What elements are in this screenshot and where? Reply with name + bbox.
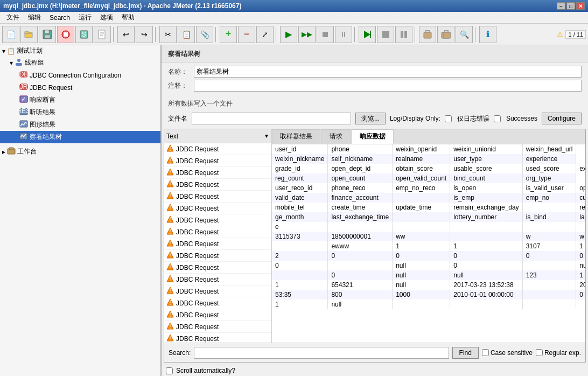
tree-node-workbench[interactable]: ▸ 工作台 <box>0 145 160 158</box>
remote-start-button[interactable] <box>359 26 376 43</box>
svg-rect-17 <box>401 31 403 38</box>
view-results-img <box>19 132 28 142</box>
paste-button[interactable]: 📎 <box>196 26 213 43</box>
clear-all-button[interactable] <box>437 26 454 43</box>
stop3-button[interactable]: ⏸ <box>335 26 352 43</box>
list-item-icon: ! <box>166 275 174 284</box>
list-item[interactable]: ! JDBC Request <box>164 333 271 343</box>
menu-search[interactable]: Search <box>45 13 74 23</box>
list-item[interactable]: ! JDBC Request <box>164 297 271 309</box>
clear-button[interactable] <box>419 26 436 43</box>
list-item[interactable]: ! JDBC Request <box>164 214 271 226</box>
regex-checkbox[interactable] <box>536 349 543 356</box>
stop2-button[interactable]: ⏹ <box>317 26 334 43</box>
menu-file[interactable]: 文件 <box>2 12 24 23</box>
add-button[interactable]: + <box>220 26 237 43</box>
list-item[interactable]: ! JDBC Request <box>164 167 271 179</box>
list-item-label: JDBC Request <box>176 264 219 271</box>
menu-help[interactable]: 帮助 <box>117 12 139 23</box>
list-item-icon: ! <box>166 168 174 177</box>
list-item-label: JDBC Request <box>176 193 219 200</box>
list-item[interactable]: ! JDBC Request <box>164 238 271 250</box>
tree-node-test-plan[interactable]: ▾ 📋 测试计划 <box>0 45 160 57</box>
minimize-button[interactable]: − <box>557 2 565 10</box>
list-item[interactable]: ! JDBC Request <box>164 179 271 191</box>
svg-rect-24 <box>443 32 451 38</box>
svg-rect-3 <box>45 30 49 33</box>
report-button[interactable] <box>94 26 111 43</box>
stop-button[interactable] <box>57 26 74 43</box>
list-item[interactable]: ! JDBC Request <box>164 155 271 167</box>
tab-sampler-results[interactable]: 取样器结果 <box>272 129 320 144</box>
menu-options[interactable]: 选项 <box>96 12 117 23</box>
list-item[interactable]: ! JDBC Request <box>164 309 271 321</box>
tree-node-jdbc-request[interactable]: JR JDBC Request <box>0 81 160 94</box>
list-item[interactable]: ! JDBC Request <box>164 274 271 286</box>
save-button[interactable] <box>39 26 56 43</box>
maximize-button[interactable]: □ <box>566 2 575 10</box>
name-row: 名称： <box>168 66 582 78</box>
list-item[interactable]: ! JDBC Request <box>164 286 271 297</box>
form-area: 名称： 注释： <box>162 62 588 97</box>
name-input[interactable] <box>194 66 582 78</box>
table-cell: 654321 <box>328 280 393 290</box>
list-item[interactable]: ! JDBC Request <box>164 191 271 203</box>
workbench-label: 工作台 <box>17 147 37 156</box>
jdbc-connection-img: DB <box>19 70 28 80</box>
table-cell: w <box>522 232 576 241</box>
play-no-pause-button[interactable]: ▶▶ <box>298 26 316 43</box>
configure-button[interactable]: Configure <box>542 113 582 124</box>
tree-node-view-results[interactable]: 察看结果树 <box>0 131 160 143</box>
copy-button[interactable]: 📋 <box>178 26 195 43</box>
successes-checkbox[interactable] <box>494 115 501 122</box>
browse-button[interactable]: 浏览... <box>355 113 386 124</box>
list-item[interactable]: ! JDBC Request <box>164 203 271 214</box>
list-item[interactable]: ! JDBC Request <box>164 250 271 262</box>
remote-stop-button[interactable] <box>377 26 394 43</box>
table-cell <box>393 193 450 203</box>
log-errors-checkbox[interactable] <box>445 115 452 122</box>
sep6 <box>415 27 417 42</box>
tree-node-thread-group[interactable]: ▾ 线程组 <box>0 57 160 69</box>
list-item[interactable]: ! JDBC Request <box>164 143 271 155</box>
file-input[interactable] <box>192 113 351 124</box>
scroll-auto-checkbox[interactable] <box>166 367 173 374</box>
expand-button[interactable]: ⤢ <box>256 26 274 43</box>
error-badge-area: ⚠ 1 / 11 <box>557 30 586 39</box>
table-cell: e <box>272 222 328 232</box>
window-title: myql_jdbc.jmx (H:\jmeter_file\myql_jdbc.… <box>3 2 241 10</box>
redo-button[interactable]: ↪ <box>136 26 153 43</box>
table-cell: realname <box>393 154 450 164</box>
tab-response-data[interactable]: 响应数据 <box>352 129 394 144</box>
table-cell <box>576 300 585 309</box>
tree-node-jdbc-connection[interactable]: DB JDBC Connection Configuration <box>0 69 160 81</box>
search-toolbar-button[interactable]: 🔍 <box>456 26 473 43</box>
tree-node-assertion[interactable]: ✓ 响应断言 <box>0 94 160 106</box>
play-button[interactable]: ▶ <box>280 26 297 43</box>
cut-button[interactable]: ✂ <box>159 26 177 43</box>
open-button[interactable] <box>20 26 38 43</box>
list-header-dropdown[interactable]: ▼ <box>264 133 269 139</box>
remove-button[interactable]: − <box>238 26 255 43</box>
table-cell: 1 <box>576 241 585 251</box>
table-cell: weixin_openid <box>393 144 450 154</box>
tree-node-listen-results[interactable]: RES 听听结果 <box>0 106 160 119</box>
find-button[interactable]: Find <box>452 347 479 359</box>
list-item[interactable]: ! JDBC Request <box>164 226 271 238</box>
new-button[interactable]: 📄 <box>2 26 19 43</box>
menu-run[interactable]: 运行 <box>74 12 96 23</box>
svg-text:!: ! <box>169 275 171 282</box>
info-button[interactable]: ℹ <box>479 26 496 43</box>
menu-edit[interactable]: 编辑 <box>24 12 45 23</box>
comment-input[interactable] <box>194 80 582 92</box>
tab-request[interactable]: 请求 <box>321 129 351 144</box>
close-button[interactable]: ✕ <box>576 2 585 10</box>
case-sensitive-checkbox[interactable] <box>482 349 489 356</box>
list-item[interactable]: ! JDBC Request <box>164 262 271 274</box>
remote-stop2-button[interactable] <box>395 26 412 43</box>
list-item[interactable]: ! JDBC Request <box>164 321 271 333</box>
undo-button[interactable]: ↩ <box>117 26 135 43</box>
save2-button[interactable]: S <box>75 26 93 43</box>
tree-node-graph-results[interactable]: 图形结果 <box>0 119 160 131</box>
search-input[interactable] <box>194 347 449 359</box>
